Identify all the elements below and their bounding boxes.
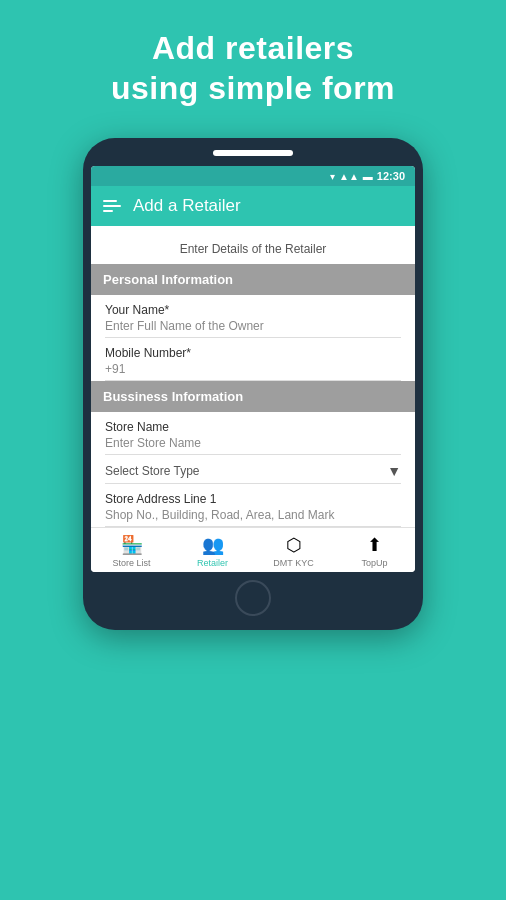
nav-item-store-list[interactable]: 🏪 Store List	[91, 534, 172, 568]
retailer-label: Retailer	[197, 558, 228, 568]
your-name-value: Enter Full Name of the Owner	[105, 319, 401, 333]
hamburger-icon[interactable]	[103, 200, 121, 212]
store-address-label: Store Address Line 1	[105, 492, 401, 506]
hero-section: Add retailers using simple form	[0, 0, 506, 128]
status-icons: ▾ ▲▲ ▬ 12:30	[330, 170, 405, 182]
phone-screen: ▾ ▲▲ ▬ 12:30 Add a Retailer Enter Detail…	[91, 166, 415, 572]
battery-icon: ▬	[363, 171, 373, 182]
home-button[interactable]	[235, 580, 271, 616]
app-bar: Add a Retailer	[91, 186, 415, 226]
mobile-number-value: +91	[105, 362, 401, 376]
app-bar-title: Add a Retailer	[133, 196, 241, 216]
store-address-field[interactable]: Store Address Line 1 Shop No., Building,…	[105, 484, 401, 527]
retailer-icon: 👥	[202, 534, 224, 556]
store-list-label: Store List	[112, 558, 150, 568]
phone-mockup: ▾ ▲▲ ▬ 12:30 Add a Retailer Enter Detail…	[83, 138, 423, 630]
business-info-header: Bussiness Information	[91, 381, 415, 412]
store-address-value: Shop No., Building, Road, Area, Land Mar…	[105, 508, 401, 522]
signal-icon: ▲▲	[339, 171, 359, 182]
store-type-dropdown[interactable]: Select Store Type ▼	[105, 455, 401, 484]
status-bar: ▾ ▲▲ ▬ 12:30	[91, 166, 415, 186]
your-name-field[interactable]: Your Name* Enter Full Name of the Owner	[105, 295, 401, 338]
status-time: 12:30	[377, 170, 405, 182]
dropdown-arrow-icon: ▼	[387, 463, 401, 479]
nav-item-topup[interactable]: ⬆ TopUp	[334, 534, 415, 568]
topup-label: TopUp	[361, 558, 387, 568]
hero-title: Add retailers using simple form	[111, 28, 395, 108]
store-type-label: Select Store Type	[105, 464, 200, 478]
wifi-icon: ▾	[330, 171, 335, 182]
nav-item-dmt-kyc[interactable]: ⬡ DMT KYC	[253, 534, 334, 568]
content-area: Enter Details of the Retailer Personal I…	[91, 226, 415, 527]
dmt-kyc-icon: ⬡	[286, 534, 302, 556]
mobile-number-field[interactable]: Mobile Number* +91	[105, 338, 401, 381]
nav-item-retailer[interactable]: 👥 Retailer	[172, 534, 253, 568]
store-name-label: Store Name	[105, 420, 401, 434]
personal-info-header: Personal Information	[91, 264, 415, 295]
topup-icon: ⬆	[367, 534, 382, 556]
store-list-icon: 🏪	[121, 534, 143, 556]
dmt-kyc-label: DMT KYC	[273, 558, 313, 568]
your-name-label: Your Name*	[105, 303, 401, 317]
form-description: Enter Details of the Retailer	[105, 236, 401, 264]
mobile-number-label: Mobile Number*	[105, 346, 401, 360]
phone-speaker	[213, 150, 293, 156]
store-name-field[interactable]: Store Name Enter Store Name	[105, 412, 401, 455]
store-name-value: Enter Store Name	[105, 436, 401, 450]
bottom-nav: 🏪 Store List 👥 Retailer ⬡ DMT KYC ⬆ TopU…	[91, 527, 415, 572]
